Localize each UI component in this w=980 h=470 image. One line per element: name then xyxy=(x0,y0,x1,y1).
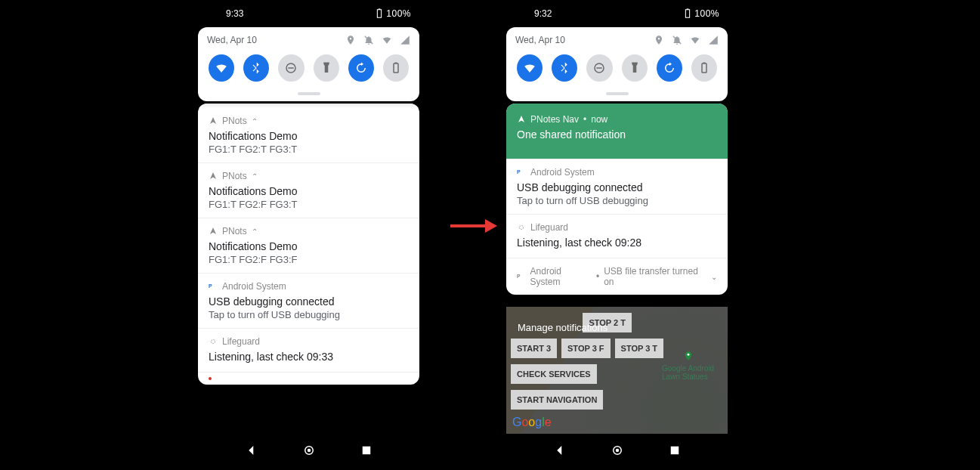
ring-icon xyxy=(209,337,218,346)
svg-rect-13 xyxy=(686,10,690,18)
panel-handle[interactable] xyxy=(606,92,629,95)
phone-right: 9:32 100% Wed, Apr 10 PNotes xyxy=(501,0,733,470)
bg-button[interactable]: STOP 3 F xyxy=(561,339,611,358)
notification-shade[interactable]: PNotes Nav•now One shared notification P… xyxy=(506,104,728,295)
nav-bar xyxy=(501,434,733,470)
qs-wifi[interactable] xyxy=(517,54,543,82)
svg-rect-14 xyxy=(687,8,689,9)
wifi-icon xyxy=(382,35,392,45)
nav-back[interactable] xyxy=(245,444,258,460)
status-battery: 100% xyxy=(386,8,411,19)
qs-rotate[interactable] xyxy=(348,54,374,82)
dnd-off-icon xyxy=(672,35,682,45)
svg-rect-0 xyxy=(378,10,382,18)
svg-point-10 xyxy=(307,449,311,453)
nav-home[interactable] xyxy=(302,444,316,460)
android-icon: P xyxy=(209,282,218,291)
qs-header: Wed, Apr 10 xyxy=(198,27,419,47)
notif-title: Notifications Demo xyxy=(209,240,409,252)
qs-status-icons xyxy=(345,35,410,45)
notification[interactable]: Lifeguard Listening, last check 09:33 xyxy=(198,329,419,373)
manage-notifications[interactable]: Manage notifications xyxy=(513,314,612,336)
notification[interactable]: PNots⌃ Notifications Demo FG1:T FG2:F FG… xyxy=(198,163,419,218)
nav-icon xyxy=(209,116,218,125)
nav-recent[interactable] xyxy=(360,444,373,460)
qs-bluetooth[interactable] xyxy=(243,54,269,82)
qs-status-icons xyxy=(654,35,719,45)
quick-settings-panel[interactable]: Wed, Apr 10 xyxy=(506,27,728,101)
notif-meta: now xyxy=(591,114,607,125)
bg-button[interactable]: STOP 3 T xyxy=(615,339,664,358)
svg-point-25 xyxy=(615,449,619,453)
map-poi: Google Android Lawn Statues xyxy=(662,349,714,381)
qs-battery-saver[interactable] xyxy=(691,54,717,82)
svg-rect-18 xyxy=(702,63,706,73)
quick-settings-panel[interactable]: Wed, Apr 10 xyxy=(198,27,419,101)
notification[interactable]: Lifeguard Listening, last check 09:28 xyxy=(506,215,728,258)
notification-shade[interactable]: PNots⌃ Notifications Demo FG1:T FG2:T FG… xyxy=(198,104,419,385)
notification[interactable]: PNots⌃ Notifications Demo FG1:T FG2:T FG… xyxy=(198,108,419,163)
qs-bluetooth[interactable] xyxy=(552,54,577,82)
qs-header: Wed, Apr 10 xyxy=(506,27,728,47)
notif-text: FG1:T FG2:F FG3:T xyxy=(209,199,409,210)
notif-title: Notifications Demo xyxy=(209,185,409,197)
notif-text: FG1:T FG2:F FG3:F xyxy=(209,254,409,265)
status-bar: 9:32 100% xyxy=(501,0,733,27)
qs-dnd[interactable] xyxy=(586,54,612,82)
dot-icon xyxy=(209,377,212,380)
notification-highlighted[interactable]: PNotes Nav•now One shared notification xyxy=(506,104,728,159)
notification[interactable]: PNots⌃ Notifications Demo FG1:T FG2:F FG… xyxy=(198,218,419,274)
signal-icon xyxy=(708,35,719,45)
svg-text:P: P xyxy=(517,274,521,279)
svg-rect-11 xyxy=(362,447,370,455)
svg-rect-1 xyxy=(379,8,381,9)
bg-button[interactable]: CHECK SERVICES xyxy=(511,364,597,384)
nav-recent[interactable] xyxy=(668,444,682,460)
qs-rotate[interactable] xyxy=(657,54,682,82)
status-right: 100% xyxy=(684,8,719,19)
status-bar: 9:33 100% xyxy=(193,0,425,27)
svg-text:P: P xyxy=(517,169,521,175)
notification[interactable]: PAndroid System USB debugging connected … xyxy=(506,159,728,215)
nav-home[interactable] xyxy=(611,444,624,460)
svg-rect-26 xyxy=(670,447,679,455)
notif-text: Tap to turn off USB debugging xyxy=(517,195,717,206)
qs-flashlight[interactable] xyxy=(622,54,648,82)
bg-button[interactable]: START 3 xyxy=(511,339,557,358)
svg-rect-5 xyxy=(394,63,398,73)
svg-point-21 xyxy=(520,226,524,230)
qs-flashlight[interactable] xyxy=(314,54,339,82)
status-time: 9:32 xyxy=(534,8,552,19)
notification-collapsed[interactable] xyxy=(198,373,419,385)
notif-app: PNots xyxy=(222,171,247,181)
notif-title: USB debugging connected xyxy=(209,295,409,308)
status-time: 9:33 xyxy=(226,8,243,19)
status-right: 100% xyxy=(376,8,411,19)
nav-back[interactable] xyxy=(553,444,567,460)
notification-collapsed[interactable]: PAndroid System•USB file transfer turned… xyxy=(506,258,728,295)
panel-handle[interactable] xyxy=(298,92,320,95)
chevron-up-icon: ⌃ xyxy=(252,227,258,236)
qs-toggles xyxy=(506,47,728,92)
nav-icon xyxy=(209,227,218,236)
location-icon xyxy=(654,35,664,45)
notification[interactable]: PAndroid System USB debugging connected … xyxy=(198,274,419,329)
wifi-icon xyxy=(690,35,700,45)
qs-dnd[interactable] xyxy=(278,54,304,82)
svg-rect-6 xyxy=(394,63,397,64)
qs-date: Wed, Apr 10 xyxy=(207,35,257,45)
bg-button[interactable]: START NAVIGATION xyxy=(511,390,603,410)
notif-app: Lifeguard xyxy=(530,222,568,233)
nav-icon xyxy=(517,115,526,124)
notif-app: PNots xyxy=(222,226,247,237)
notif-app: PNots xyxy=(222,116,247,126)
dnd-off-icon xyxy=(363,35,374,45)
chevron-up-icon: ⌃ xyxy=(252,117,258,125)
qs-date: Wed, Apr 10 xyxy=(515,35,565,45)
qs-battery-saver[interactable] xyxy=(383,54,409,82)
location-icon xyxy=(345,35,356,45)
notif-app: PNotes Nav xyxy=(530,114,579,125)
nav-bar xyxy=(193,434,425,470)
qs-wifi[interactable] xyxy=(209,54,234,82)
arrow-icon xyxy=(450,219,497,236)
